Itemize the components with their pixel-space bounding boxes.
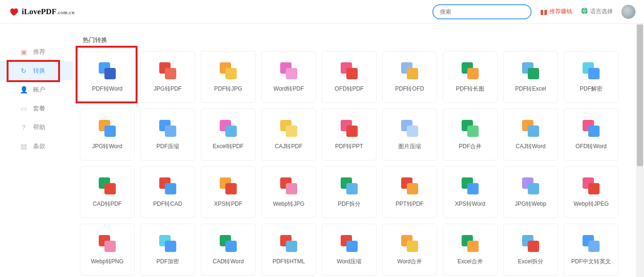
tool-label: PDF转HTML xyxy=(273,259,305,264)
tool-icon xyxy=(220,120,237,137)
section-title: 热门转换 xyxy=(83,36,630,44)
header: iLovePDF.com.cn ▮▮ 推荐赚钱 语言选择 xyxy=(0,0,644,24)
sidebar-item-help[interactable]: ? 帮助 xyxy=(0,118,73,137)
tool-tile[interactable]: PDF转HTML xyxy=(261,224,316,276)
sidebar-item-label: 推荐 xyxy=(33,48,45,56)
tool-icon xyxy=(341,235,358,252)
sidebar-item-account[interactable]: 👤 账户 xyxy=(0,80,73,99)
search-input[interactable] xyxy=(432,4,532,19)
tool-label: Word压缩 xyxy=(337,259,361,264)
tool-icon xyxy=(401,62,418,79)
tool-icon xyxy=(341,120,358,137)
tool-tile[interactable]: CAD转PDF xyxy=(80,166,135,218)
tool-icon xyxy=(583,177,600,194)
tool-icon xyxy=(220,62,237,79)
refresh-icon: ↻ xyxy=(20,67,27,75)
tool-tile[interactable]: PPT转PDF xyxy=(382,166,437,218)
gift-icon: ▮▮ xyxy=(540,8,548,16)
vertical-scrollbar[interactable] xyxy=(636,24,644,277)
tool-label: PDF加密 xyxy=(156,259,179,264)
tool-label: Word合并 xyxy=(397,259,422,264)
tool-icon xyxy=(99,62,116,79)
sidebar-item-convert[interactable]: ↻ 转换 xyxy=(0,61,73,80)
tool-tile[interactable]: OFD转Word xyxy=(564,109,618,160)
tool-icon xyxy=(462,120,479,137)
tool-tile[interactable]: Word合并 xyxy=(382,224,437,276)
tool-tile[interactable]: PDF转Word xyxy=(80,51,135,103)
sidebar: ▣ 推荐 ↻ 转换 👤 账户 ▭ 套餐 ? 帮助 ▤ 条款 xyxy=(0,24,73,277)
tool-icon xyxy=(280,235,297,252)
logo-text: iLovePDF.com.cn xyxy=(22,7,75,17)
tool-label: PDF中文转英文 xyxy=(571,259,611,264)
tool-tile[interactable]: JPG转Webp xyxy=(503,166,558,218)
tool-label: PDF拆分 xyxy=(338,201,361,207)
tool-tile[interactable]: PDF转JPG xyxy=(201,51,256,103)
tool-tile[interactable]: Excel拆分 xyxy=(503,224,558,276)
sidebar-item-plan[interactable]: ▭ 套餐 xyxy=(0,99,73,118)
card-icon: ▭ xyxy=(20,105,27,112)
sidebar-item-terms[interactable]: ▤ 条款 xyxy=(0,137,73,156)
language-label: 语言选择 xyxy=(590,8,613,16)
language-selector[interactable]: 语言选择 xyxy=(581,7,613,16)
tool-tile[interactable]: PDF加密 xyxy=(140,224,195,276)
tool-tile[interactable]: 图片压缩 xyxy=(382,109,437,160)
tool-icon xyxy=(522,120,539,137)
tool-label: XPS转Word xyxy=(455,201,485,207)
tool-icon xyxy=(159,62,176,79)
tool-icon xyxy=(462,62,479,79)
tool-tile[interactable]: Webp转JPG xyxy=(261,166,316,218)
tool-label: PDF转长图 xyxy=(456,86,484,92)
sidebar-item-label: 帮助 xyxy=(33,123,45,132)
recommend-link[interactable]: ▮▮ 推荐赚钱 xyxy=(540,8,572,16)
tool-tile[interactable]: PDF转OFD xyxy=(382,51,437,103)
avatar[interactable] xyxy=(621,5,635,19)
tool-label: CAD转PDF xyxy=(93,201,121,207)
tool-tile[interactable]: JPG转PDF xyxy=(140,51,195,103)
tool-tile[interactable]: Word压缩 xyxy=(322,224,377,276)
scrollbar-thumb[interactable] xyxy=(637,25,643,166)
doc-icon: ▤ xyxy=(20,143,27,150)
tool-tile[interactable]: Word转PDF xyxy=(261,51,316,103)
tool-icon xyxy=(583,235,600,252)
tool-label: PPT转PDF xyxy=(395,201,423,207)
sidebar-item-label: 套餐 xyxy=(33,104,45,113)
tool-tile[interactable]: PDF拆分 xyxy=(322,166,377,218)
tool-label: PDF转PPT xyxy=(335,143,363,149)
tool-icon xyxy=(462,177,479,194)
tool-tile[interactable]: Excel转PDF xyxy=(201,109,256,160)
tool-tile[interactable]: Excel合并 xyxy=(443,224,498,276)
tool-tile[interactable]: PDF中文转英文 xyxy=(564,224,618,276)
tool-tile[interactable]: Webp转JPEG xyxy=(564,166,618,218)
tool-tile[interactable]: PDF转CAD xyxy=(140,166,195,218)
tool-tile[interactable]: PDF解密 xyxy=(564,51,618,103)
sidebar-item-label: 转换 xyxy=(33,67,45,75)
tool-tile[interactable]: PDF转长图 xyxy=(443,51,498,103)
tool-tile[interactable]: CAJ转Word xyxy=(503,109,558,160)
user-icon: 👤 xyxy=(20,86,27,93)
tool-tile[interactable]: PDF压缩 xyxy=(140,109,195,160)
tool-tile[interactable]: OFD转PDF xyxy=(322,51,377,103)
tool-icon xyxy=(583,62,600,79)
tool-tile[interactable]: Webp转PNG xyxy=(80,224,135,276)
tool-tile[interactable]: PDF合并 xyxy=(443,109,498,160)
sidebar-item-label: 条款 xyxy=(33,142,45,151)
tool-tile[interactable]: CAD转Word xyxy=(201,224,256,276)
tool-icon xyxy=(159,235,176,252)
tool-icon xyxy=(522,177,539,194)
tool-label: Excel转PDF xyxy=(213,143,243,149)
globe-icon xyxy=(581,7,588,16)
tool-tile[interactable]: JPG转Word xyxy=(80,109,135,160)
tool-icon xyxy=(220,177,237,194)
tile-grid: PDF转WordJPG转PDFPDF转JPGWord转PDFOFD转PDFPDF… xyxy=(80,51,630,276)
tool-icon xyxy=(401,120,418,137)
tool-tile[interactable]: XPS转Word xyxy=(443,166,498,218)
tool-label: JPG转PDF xyxy=(154,86,181,92)
logo[interactable]: iLovePDF.com.cn xyxy=(9,7,75,17)
tool-label: PDF转Excel xyxy=(515,86,546,92)
tool-tile[interactable]: PDF转Excel xyxy=(503,51,558,103)
sidebar-item-recommend[interactable]: ▣ 推荐 xyxy=(0,42,73,61)
tool-tile[interactable]: CAJ转PDF xyxy=(261,109,316,160)
tool-tile[interactable]: PDF转PPT xyxy=(322,109,377,160)
tool-icon xyxy=(462,235,479,252)
tool-tile[interactable]: XPS转PDF xyxy=(201,166,256,218)
